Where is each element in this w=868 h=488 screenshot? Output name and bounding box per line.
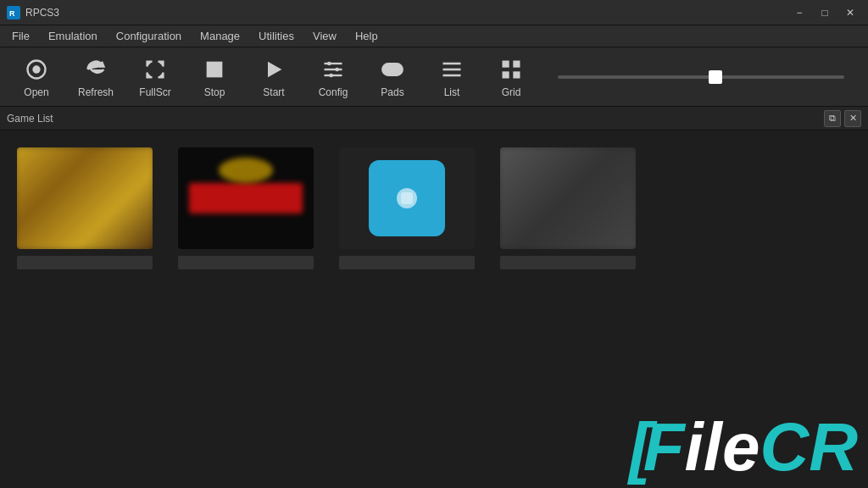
svg-marker-5 xyxy=(268,61,281,77)
svg-point-11 xyxy=(329,73,333,77)
fullscreen-button[interactable]: FullScr xyxy=(125,51,185,103)
minimize-button[interactable]: − xyxy=(788,4,810,21)
menu-view[interactable]: View xyxy=(304,28,345,44)
svg-rect-23 xyxy=(513,60,520,67)
restore-panel-button[interactable]: ⧉ xyxy=(824,110,841,127)
app-title: RPCS3 xyxy=(25,7,59,19)
svg-point-3 xyxy=(32,65,40,73)
game-list-title: Game List xyxy=(7,113,53,125)
svg-point-9 xyxy=(327,61,331,65)
start-icon xyxy=(260,56,287,83)
game-label-4 xyxy=(500,256,636,269)
app-icon: R xyxy=(7,6,20,19)
svg-point-17 xyxy=(393,69,396,71)
menu-manage[interactable]: Manage xyxy=(192,28,248,44)
game-list-header: Game List ⧉ ✕ xyxy=(0,107,868,130)
svg-point-15 xyxy=(396,66,398,69)
config-icon xyxy=(320,56,347,83)
svg-point-18 xyxy=(396,70,398,73)
grid-button[interactable]: Grid xyxy=(481,51,541,103)
title-left: R RPCS3 xyxy=(7,6,59,19)
menu-bar: File Emulation Configuration Manage Util… xyxy=(0,25,868,47)
game-grid xyxy=(0,130,868,286)
refresh-button[interactable]: Refresh xyxy=(66,51,125,103)
list-item[interactable] xyxy=(178,147,314,269)
svg-rect-27 xyxy=(401,192,413,204)
close-panel-button[interactable]: ✕ xyxy=(844,110,861,127)
list-button[interactable]: List xyxy=(422,51,481,103)
menu-emulation[interactable]: Emulation xyxy=(40,28,106,44)
game-thumbnail-2 xyxy=(178,147,314,249)
list-icon xyxy=(438,56,465,83)
zoom-slider-area xyxy=(541,75,861,79)
title-controls: − □ ✕ xyxy=(788,4,861,21)
fullscreen-icon xyxy=(142,56,169,83)
stop-button[interactable]: Stop xyxy=(185,51,244,103)
game-label-3 xyxy=(339,256,475,269)
close-button[interactable]: ✕ xyxy=(839,4,861,21)
watermark: [ F ile CR xyxy=(619,407,868,488)
start-button[interactable]: Start xyxy=(244,51,303,103)
menu-utilities[interactable]: Utilities xyxy=(250,28,303,44)
open-icon xyxy=(23,56,50,83)
grid-icon xyxy=(498,56,525,83)
game-label-2 xyxy=(178,256,314,269)
game-thumbnail-3 xyxy=(339,147,475,249)
pads-button[interactable]: Pads xyxy=(363,51,422,103)
list-item[interactable] xyxy=(17,147,153,269)
svg-point-10 xyxy=(335,67,339,71)
game-list-header-buttons: ⧉ ✕ xyxy=(824,110,861,127)
svg-rect-22 xyxy=(503,60,509,67)
menu-file[interactable]: File xyxy=(3,28,38,44)
refresh-icon xyxy=(82,56,109,83)
menu-help[interactable]: Help xyxy=(347,28,387,44)
open-button[interactable]: Open xyxy=(7,51,66,103)
zoom-slider[interactable] xyxy=(558,75,844,79)
maximize-button[interactable]: □ xyxy=(814,4,836,21)
toolbar: Open Refresh FullScr Stop xyxy=(0,47,868,107)
zoom-thumb[interactable] xyxy=(709,70,722,84)
game-thumbnail-4 xyxy=(500,147,636,249)
svg-rect-25 xyxy=(513,71,520,78)
menu-configuration[interactable]: Configuration xyxy=(108,28,190,44)
list-item[interactable] xyxy=(339,147,475,269)
list-item[interactable] xyxy=(500,147,636,269)
game-list-panel: Game List ⧉ ✕ xyxy=(0,107,868,286)
stop-icon xyxy=(201,56,228,83)
game-label-1 xyxy=(17,256,153,269)
config-button[interactable]: Config xyxy=(303,51,363,103)
svg-text:R: R xyxy=(9,9,15,18)
svg-rect-4 xyxy=(207,61,223,77)
svg-point-16 xyxy=(398,69,401,71)
title-bar: R RPCS3 − □ ✕ xyxy=(0,0,868,25)
game-thumbnail-1 xyxy=(17,147,153,249)
watermark-logo: [ F ile CR xyxy=(629,413,858,481)
svg-rect-24 xyxy=(503,71,509,78)
pads-icon xyxy=(379,56,406,83)
